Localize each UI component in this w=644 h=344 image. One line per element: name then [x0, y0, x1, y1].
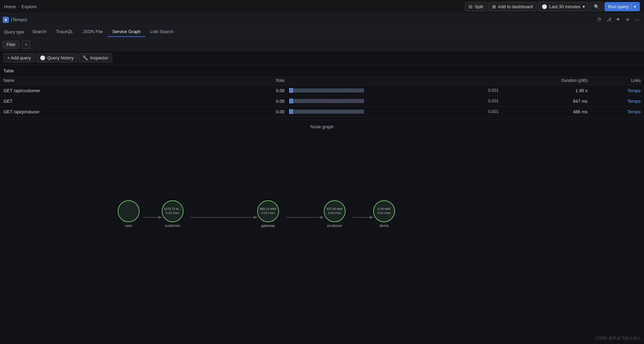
bar-segment: [340, 99, 341, 103]
bar-segment: [352, 99, 353, 103]
bar-segment: [293, 110, 294, 114]
node-graph-canvas[interactable]: user 1172.72 m... 0.00 r/sec customer 80…: [0, 134, 644, 297]
nav-right: ⊟ Split ⊞ Add to dashboard 🕐 Last 30 min…: [465, 2, 640, 11]
bar-segment: [308, 88, 309, 92]
panel-label: A: [3, 17, 9, 23]
panel-remove-icon[interactable]: ✕: [624, 16, 632, 24]
bar-segment: [352, 88, 353, 92]
panel-eye-icon[interactable]: 👁: [614, 16, 622, 24]
bar-segment: [315, 110, 316, 114]
bar-segment: [333, 110, 334, 114]
bar-segment: [351, 110, 352, 114]
bar-segment: [359, 110, 360, 114]
tempo-link[interactable]: Tempo: [627, 88, 641, 93]
bar-segment: [353, 99, 354, 103]
tab-loki-search[interactable]: Loki Search: [145, 27, 178, 37]
run-query-button[interactable]: Run query ▾: [604, 2, 640, 11]
bar-segment: [342, 88, 343, 92]
time-range-picker[interactable]: 🕐 Last 30 minutes ▾: [538, 2, 589, 11]
split-button[interactable]: ⊟ Split: [465, 2, 487, 11]
node-user[interactable]: user: [118, 200, 140, 228]
node-customer-label: customer: [165, 224, 180, 228]
bar-segment: [327, 110, 328, 114]
search-time-button[interactable]: 🔍: [590, 2, 603, 11]
cell-link[interactable]: Tempo: [591, 96, 644, 106]
node-producer-label: producer: [327, 224, 342, 228]
bar-segment: [310, 110, 311, 114]
home-link[interactable]: Home: [4, 4, 16, 9]
node-producer-circle: 377.10 ms/r 0.00 r/sec: [324, 200, 346, 222]
bar-segment: [345, 88, 346, 92]
bar-segment: [340, 88, 341, 92]
node-producer[interactable]: 377.10 ms/r 0.00 r/sec producer: [324, 200, 346, 228]
bar-segment: [319, 110, 320, 114]
bar-segment: [333, 88, 334, 92]
bar-segment: [356, 110, 357, 114]
bar-segment: [319, 99, 320, 103]
bar-segment: [315, 99, 316, 103]
bar-segment: [329, 110, 330, 114]
tempo-link[interactable]: Tempo: [627, 109, 641, 114]
add-query-button[interactable]: + Add query: [3, 53, 35, 62]
bar-segment: [356, 88, 357, 92]
filter-tag[interactable]: Filter: [3, 41, 19, 48]
bar-segment: [314, 110, 315, 114]
node-gateway[interactable]: 802.12 ms/r 0.00 r/sec gateway: [257, 200, 279, 228]
bar-segment: [330, 110, 331, 114]
node-demo-circle: 5.76 ms/r 0.00 r/sec: [373, 200, 395, 222]
tab-json-file[interactable]: JSON File: [78, 27, 107, 37]
bar-segment: [322, 99, 323, 103]
breadcrumb: Home › Explore: [4, 4, 36, 9]
bar-segment: [315, 88, 316, 92]
tab-service-graph[interactable]: Service Graph: [107, 27, 145, 37]
bar-segment: [362, 110, 363, 114]
bar-segment: [312, 99, 313, 103]
inspector-button[interactable]: 🔧 Inspector: [79, 53, 112, 62]
bar-segment: [357, 99, 358, 103]
bar-segment: [349, 88, 350, 92]
col-rate: Rate: [227, 76, 288, 85]
bar-segment: [326, 110, 327, 114]
bar-segment: [297, 110, 298, 114]
panel-query-icon[interactable]: ⎇: [604, 16, 613, 24]
node-customer[interactable]: 1172.72 m... 0.00 r/sec customer: [162, 200, 184, 228]
bar-segment: [345, 99, 346, 103]
bar-segment: [293, 88, 294, 92]
add-filter-button[interactable]: +: [22, 41, 30, 49]
node-demo[interactable]: 5.76 ms/r 0.00 r/sec demo: [373, 200, 395, 228]
bar-segment: [317, 88, 318, 92]
cell-rate: 0.00: [227, 96, 288, 106]
query-history-button[interactable]: 🕐 Query history: [36, 53, 77, 62]
tempo-link[interactable]: Tempo: [627, 99, 641, 104]
col-name: Name: [0, 76, 227, 85]
cell-rate: 0.00: [227, 106, 288, 117]
node-graph-title: Node graph: [0, 120, 644, 129]
bar-segment: [312, 110, 313, 114]
bar-segment: [291, 99, 292, 103]
bar-segment: [353, 88, 354, 92]
add-dashboard-button[interactable]: ⊞ Add to dashboard: [488, 2, 537, 11]
cell-bar: [288, 85, 485, 96]
bar-segment: [317, 99, 318, 103]
panel-time-icon[interactable]: ⏱: [595, 16, 603, 24]
bar-segment: [318, 88, 319, 92]
bar-segment: [291, 88, 292, 93]
bar-segment: [325, 88, 326, 92]
split-icon: ⊟: [469, 4, 472, 9]
cell-link[interactable]: Tempo: [591, 106, 644, 117]
node-graph-svg: [0, 134, 644, 297]
explore-link[interactable]: Explore: [21, 4, 36, 9]
cell-duration: 947 ms: [530, 96, 591, 106]
bar-segment: [347, 88, 348, 92]
cell-link[interactable]: Tempo: [591, 85, 644, 96]
bar-segment: [302, 110, 303, 114]
bar-segment: [326, 99, 327, 103]
tab-search[interactable]: Search: [28, 27, 51, 37]
panel-more-icon[interactable]: ⋯: [633, 16, 641, 24]
bar-segment: [344, 88, 345, 92]
bar-segment: [336, 99, 337, 103]
bar-segment: [322, 88, 323, 92]
bar-segment: [360, 88, 361, 92]
tab-traceql[interactable]: TraceQL: [51, 27, 78, 37]
bar-segment: [329, 88, 330, 92]
